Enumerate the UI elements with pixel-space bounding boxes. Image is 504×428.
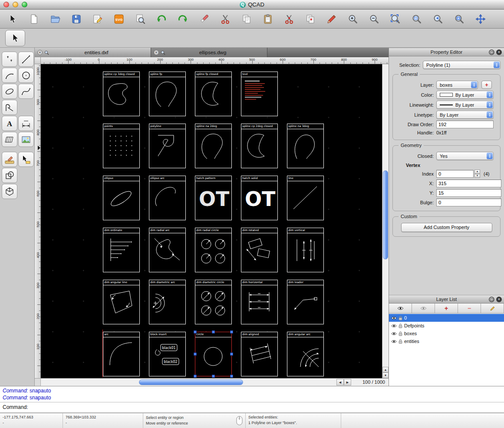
- hatch-tool-button[interactable]: [2, 132, 17, 147]
- vertical-scroll-thumb[interactable]: [383, 170, 388, 259]
- add-custom-property-button[interactable]: Add Custom Property: [401, 223, 492, 232]
- info-tool-button[interactable]: [18, 152, 34, 167]
- zoom-in-button[interactable]: [346, 12, 360, 26]
- selection-handle[interactable]: [230, 330, 233, 333]
- linetype-popup[interactable]: By Layer ▲▼: [436, 111, 494, 119]
- svg-export-button[interactable]: SVG: [112, 12, 126, 26]
- entity-line[interactable]: line: [287, 176, 324, 220]
- layer-popup[interactable]: boxes ▲▼: [436, 81, 478, 89]
- layer-lock-icon[interactable]: [399, 339, 402, 344]
- entity-arc[interactable]: arc: [103, 332, 140, 376]
- layer-row-defpoints[interactable]: Defpoints: [389, 322, 504, 330]
- layer-row-0[interactable]: 0: [389, 314, 504, 322]
- lineweight-popup[interactable]: By Layer ▲▼: [436, 101, 494, 109]
- color-popup[interactable]: By Layer ▲▼: [436, 91, 494, 99]
- tab-entities-dxf[interactable]: × entities.dxf: [35, 48, 151, 57]
- selection-handle[interactable]: [194, 375, 197, 378]
- circle-tool-button[interactable]: [18, 68, 34, 83]
- entity-dim-diametric-circle[interactable]: dim diametric circle: [195, 280, 232, 324]
- delete-button[interactable]: [197, 12, 211, 26]
- entity-spline-fp[interactable]: spline fp: [149, 72, 186, 116]
- close-panel-icon[interactable]: ×: [496, 49, 502, 55]
- dimension-tool-button[interactable]: [18, 116, 34, 131]
- selection-tool-button[interactable]: [5, 30, 25, 46]
- entity-points[interactable]: points: [103, 124, 140, 168]
- print-preview-button[interactable]: [133, 12, 148, 26]
- edit-layer-button[interactable]: [481, 304, 504, 313]
- draw-pencil-button[interactable]: [324, 12, 339, 26]
- add-layer-button[interactable]: +: [481, 81, 492, 89]
- undo-button[interactable]: [154, 12, 169, 26]
- remove-layer-button[interactable]: −: [458, 304, 481, 313]
- text-tool-button[interactable]: A: [2, 116, 17, 131]
- horizontal-scroll-thumb[interactable]: [139, 379, 243, 385]
- entity-dim-vertical[interactable]: dim vertical: [287, 228, 324, 272]
- modify-tool-button[interactable]: [2, 152, 17, 167]
- layer-lock-icon[interactable]: [399, 316, 402, 320]
- close-window-button[interactable]: [3, 2, 9, 7]
- entity-spline-na-2deg[interactable]: spline na 2deg: [195, 124, 232, 168]
- save-drawing-button[interactable]: [69, 12, 84, 26]
- entity-hatch-pattern[interactable]: hatch patternOT: [195, 176, 232, 220]
- horizontal-scrollbar[interactable]: ◀ ▶ 100 / 1000: [41, 379, 389, 386]
- open-drawing-button[interactable]: [48, 12, 63, 26]
- new-drawing-button[interactable]: [26, 12, 41, 26]
- entity-dim-horizontal[interactable]: dim horizontal: [241, 280, 278, 324]
- draw-order-field[interactable]: [436, 121, 494, 128]
- zoom-window-button[interactable]: [452, 12, 467, 26]
- redo-button[interactable]: [175, 12, 190, 26]
- paste-with-reference-button[interactable]: [303, 12, 318, 26]
- ellipse-tool-button[interactable]: [2, 84, 17, 99]
- selection-handle[interactable]: [230, 375, 233, 378]
- solid-tool-button[interactable]: [2, 184, 17, 199]
- layer-visible-icon[interactable]: [391, 332, 397, 336]
- tab-ellipses-dwg[interactable]: × ellipses.dwg: [151, 48, 267, 57]
- entity-polyline[interactable]: polyline: [149, 124, 186, 168]
- scroll-down-icon[interactable]: ▼: [382, 372, 389, 378]
- layer-row-entities[interactable]: entities: [389, 337, 504, 345]
- entity-dim-leader[interactable]: dim leader: [287, 280, 324, 324]
- tab-close-icon[interactable]: ×: [37, 50, 43, 55]
- closed-popup[interactable]: Yes ▲▼: [436, 152, 494, 160]
- minimize-window-button[interactable]: [13, 2, 18, 7]
- entity-circle[interactable]: circle: [195, 332, 232, 376]
- edit-drawing-button[interactable]: [90, 12, 105, 26]
- selection-handle[interactable]: [230, 353, 233, 356]
- layer-visible-icon[interactable]: [391, 316, 397, 320]
- spline-tool-button[interactable]: [18, 84, 34, 99]
- vertex-y-field[interactable]: [436, 189, 501, 197]
- scroll-up-icon[interactable]: ▲: [382, 367, 389, 372]
- entity-spline-cp-3deg-closed[interactable]: spline cp 3deg closed: [103, 72, 140, 116]
- selection-handle[interactable]: [194, 353, 197, 356]
- show-all-layers-button[interactable]: [389, 304, 412, 313]
- new-layer-button[interactable]: +: [435, 304, 458, 313]
- entity-ellipse-arc[interactable]: ellipse arc: [149, 176, 186, 220]
- layer-row-boxes[interactable]: boxes: [389, 330, 504, 337]
- entity-dim-aligned[interactable]: dim aligned: [241, 332, 278, 376]
- hide-all-layers-button[interactable]: [412, 304, 435, 313]
- entity-spline-cp-2deg-closed[interactable]: spline cp 2deg closed: [241, 124, 278, 168]
- detach-panel-icon[interactable]: [489, 297, 494, 302]
- layer-lock-icon[interactable]: [399, 323, 402, 328]
- detach-panel-icon[interactable]: [489, 49, 494, 55]
- vertex-x-field[interactable]: [436, 180, 501, 187]
- layer-visible-icon[interactable]: [391, 324, 397, 328]
- entity-ellipse[interactable]: ellipse: [103, 176, 140, 220]
- line-tool-button[interactable]: [18, 52, 34, 67]
- polyline-tool-button[interactable]: [2, 100, 17, 115]
- command-prompt[interactable]: Command:: [0, 402, 504, 413]
- zoom-window-button[interactable]: [22, 2, 27, 7]
- entity-dim-ordinate[interactable]: dim ordinate: [103, 228, 140, 272]
- drawing-canvas[interactable]: spline cp 3deg closedspline fpspline fp …: [41, 64, 382, 378]
- entity-hatch-solid[interactable]: hatch solidOT: [241, 176, 278, 220]
- entity-dim-radial-arc[interactable]: dim radial arc: [149, 228, 186, 272]
- entity-dim-angular-arc[interactable]: dim angular arc: [287, 332, 324, 376]
- selection-handle[interactable]: [212, 375, 215, 378]
- paste-button[interactable]: [260, 12, 275, 26]
- entity-spline-fp-closed[interactable]: spline fp closed: [195, 72, 232, 116]
- copy-button[interactable]: [239, 12, 254, 26]
- selection-pointer-button[interactable]: [5, 12, 20, 26]
- selection-handle[interactable]: [194, 330, 197, 333]
- tab-zoom-icon[interactable]: [44, 50, 49, 55]
- image-tool-button[interactable]: [18, 132, 34, 147]
